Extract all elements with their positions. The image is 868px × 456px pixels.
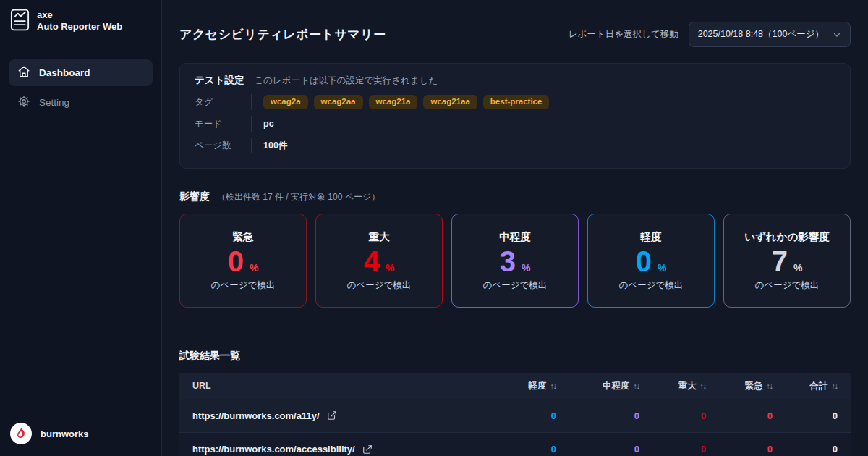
sort-icon: ↑↓ bbox=[634, 381, 640, 390]
cell-serious: 0 bbox=[652, 444, 719, 455]
impact-card-value: 7 bbox=[772, 247, 788, 276]
sidebar-footer: burnworks bbox=[0, 413, 161, 456]
app-name-line1: axe bbox=[37, 9, 122, 21]
impact-card-caption: のページで検出 bbox=[619, 279, 684, 292]
impact-card-unit: % bbox=[658, 262, 666, 274]
impact-card-caption: のページで検出 bbox=[347, 279, 412, 292]
sidebar-item-dashboard[interactable]: Dashboard bbox=[9, 59, 153, 86]
report-date-picker: レポート日を選択して移動 2025/10/18 8:48（100ページ） bbox=[569, 22, 851, 47]
settings-value-mode: pc bbox=[252, 119, 274, 129]
column-header-serious[interactable]: 重大 ↑↓ bbox=[678, 380, 707, 392]
impact-card-caption: のページで検出 bbox=[483, 279, 548, 292]
impact-card-caption: のページで検出 bbox=[755, 279, 820, 292]
test-settings-panel: テスト設定 このレポートは以下の設定で実行されました タグ wcag2a wca… bbox=[179, 63, 851, 169]
column-header-critical[interactable]: 緊急 ↑↓ bbox=[745, 380, 773, 392]
home-icon bbox=[17, 65, 30, 80]
impact-card-minor: 軽度 0 % のページで検出 bbox=[587, 214, 715, 308]
column-label: 重大 bbox=[678, 380, 697, 392]
settings-label-mode: モード bbox=[195, 118, 251, 130]
burnworks-flame-icon bbox=[10, 423, 32, 444]
report-chart-icon bbox=[10, 9, 30, 33]
column-label: 中程度 bbox=[603, 380, 630, 392]
settings-row-tags: タグ wcag2a wcag2aa wcag21a wcag21aa best-… bbox=[195, 91, 835, 113]
gear-icon bbox=[17, 95, 30, 110]
impact-card-value: 0 bbox=[228, 247, 244, 276]
test-settings-title: テスト設定 bbox=[195, 74, 244, 87]
sidebar: axe Auto Reporter Web Dashboard bbox=[0, 0, 162, 456]
impact-card-label: 緊急 bbox=[233, 230, 254, 244]
sidebar-item-label: Setting bbox=[39, 97, 69, 108]
report-date-select[interactable]: 2025/10/18 8:48（100ページ） bbox=[689, 22, 851, 47]
column-header-total[interactable]: 合計 ↑↓ bbox=[810, 380, 838, 392]
sidebar-item-label: Dashboard bbox=[39, 67, 90, 78]
external-link-icon[interactable] bbox=[327, 410, 337, 421]
results-section: 試験結果一覧 URL 軽度 ↑↓ 中程度 ↑↓ bbox=[179, 350, 851, 456]
impact-card-label: 中程度 bbox=[499, 230, 531, 244]
column-label: 緊急 bbox=[745, 380, 763, 392]
cell-moderate: 0 bbox=[569, 444, 652, 455]
sidebar-nav: Dashboard Setting bbox=[0, 59, 161, 116]
chevron-down-icon bbox=[833, 30, 841, 39]
page-title: アクセシビリティレポートサマリー bbox=[179, 26, 386, 43]
report-picker-label: レポート日を選択して移動 bbox=[569, 28, 678, 41]
cell-serious: 0 bbox=[652, 410, 719, 421]
impact-card-label: 軽度 bbox=[641, 230, 662, 244]
column-header-moderate[interactable]: 中程度 ↑↓ bbox=[603, 380, 639, 392]
row-url-link[interactable]: https://burnworks.com/accessibility/ bbox=[192, 444, 355, 455]
impact-card-value: 0 bbox=[636, 247, 652, 276]
report-date-select-value: 2025/10/18 8:48（100ページ） bbox=[698, 28, 824, 41]
column-header-minor[interactable]: 軽度 ↑↓ bbox=[529, 380, 557, 392]
tag-badge: wcag21a bbox=[369, 95, 418, 109]
tag-badge: wcag2a bbox=[263, 95, 308, 109]
impact-card-unit: % bbox=[793, 262, 802, 274]
row-url-link[interactable]: https://burnworks.com/a11y/ bbox=[192, 410, 320, 421]
tag-badge: best-practice bbox=[483, 95, 550, 109]
cell-total: 0 bbox=[786, 444, 851, 455]
results-table: URL 軽度 ↑↓ 中程度 ↑↓ 重大 ↑↓ bbox=[179, 373, 851, 456]
impact-card-critical: 緊急 0 % のページで検出 bbox=[179, 214, 307, 308]
cell-moderate: 0 bbox=[569, 410, 652, 421]
sidebar-item-setting[interactable]: Setting bbox=[9, 89, 153, 116]
app-logo: axe Auto Reporter Web bbox=[0, 0, 161, 41]
table-row: https://burnworks.com/a11y/ 0 0 0 0 0 bbox=[179, 399, 851, 432]
table-row: https://burnworks.com/accessibility/ 0 0… bbox=[179, 432, 851, 456]
settings-row-pages: ページ数 100件 bbox=[195, 135, 835, 156]
results-title: 試験結果一覧 bbox=[179, 350, 851, 363]
settings-row-mode: モード pc bbox=[195, 113, 835, 135]
impact-card-serious: 重大 4 % のページで検出 bbox=[315, 214, 443, 308]
impact-cards: 緊急 0 % のページで検出 重大 4 % のページで検出 中程度 3 bbox=[179, 214, 851, 308]
tag-badge: wcag21aa bbox=[423, 95, 477, 109]
settings-label-tags: タグ bbox=[195, 96, 251, 109]
external-link-icon[interactable] bbox=[362, 444, 373, 455]
sort-icon: ↑↓ bbox=[767, 381, 773, 390]
brand-name: burnworks bbox=[41, 428, 88, 439]
cell-minor: 0 bbox=[490, 444, 569, 455]
tag-badge: wcag2aa bbox=[314, 95, 363, 109]
sort-icon: ↑↓ bbox=[700, 381, 707, 390]
impact-card-any: いずれかの影響度 7 % のページで検出 bbox=[723, 214, 851, 308]
settings-label-pages: ページ数 bbox=[195, 140, 251, 152]
impact-card-caption: のページで検出 bbox=[211, 279, 276, 292]
results-table-header: URL 軽度 ↑↓ 中程度 ↑↓ 重大 ↑↓ bbox=[179, 373, 851, 399]
test-settings-description: このレポートは以下の設定で実行されました bbox=[254, 75, 438, 87]
impact-card-value: 3 bbox=[500, 247, 516, 276]
app-name-line2: Auto Reporter Web bbox=[37, 21, 122, 33]
column-label: 軽度 bbox=[529, 380, 547, 392]
impact-note: （検出件数 17 件 / 実行対象 100 ページ） bbox=[217, 191, 380, 203]
sort-icon: ↑↓ bbox=[832, 381, 838, 390]
page-header: アクセシビリティレポートサマリー レポート日を選択して移動 2025/10/18… bbox=[179, 0, 851, 47]
impact-card-label: いずれかの影響度 bbox=[744, 230, 830, 244]
impact-card-moderate: 中程度 3 % のページで検出 bbox=[451, 214, 579, 308]
cell-critical: 0 bbox=[719, 410, 786, 421]
impact-card-unit: % bbox=[250, 262, 258, 274]
impact-card-label: 重大 bbox=[369, 230, 390, 244]
impact-section: 影響度 （検出件数 17 件 / 実行対象 100 ページ） 緊急 0 % のペ… bbox=[179, 190, 851, 308]
impact-card-unit: % bbox=[522, 262, 530, 274]
cell-minor: 0 bbox=[490, 410, 569, 421]
column-label: 合計 bbox=[810, 380, 828, 392]
cell-total: 0 bbox=[786, 410, 851, 421]
column-header-url: URL bbox=[179, 381, 490, 391]
impact-card-unit: % bbox=[386, 262, 394, 274]
sort-icon: ↑↓ bbox=[550, 381, 557, 390]
impact-title: 影響度 bbox=[179, 190, 210, 203]
